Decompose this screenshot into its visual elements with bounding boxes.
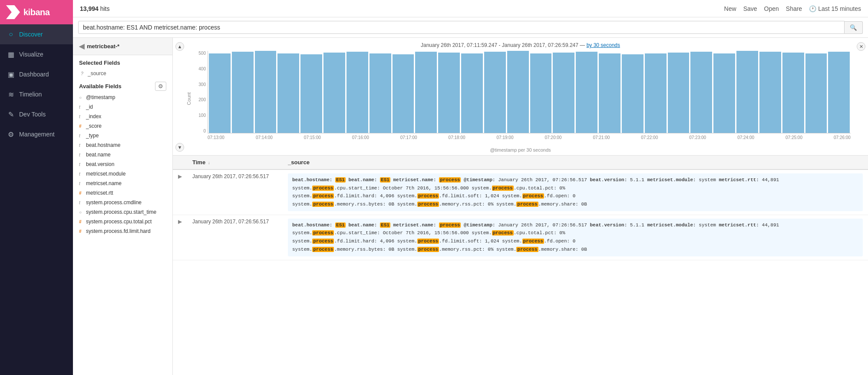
bars-area bbox=[208, 51, 851, 133]
time-col-header[interactable]: Time ↓ bbox=[187, 156, 283, 169]
sidebar-label-management: Management bbox=[19, 131, 55, 138]
expand-arrow[interactable]: ▶ bbox=[173, 215, 187, 260]
field-name: system.process.cpu.total.pct bbox=[86, 219, 152, 225]
field-item-beat-name[interactable]: tbeat.name bbox=[73, 150, 172, 159]
field-item-metricset-name[interactable]: tmetricset.name bbox=[73, 179, 172, 188]
chart-bar-4[interactable] bbox=[300, 54, 322, 133]
chart-bar-26[interactable] bbox=[805, 53, 827, 133]
time-cell: January 26th 2017, 07:26:56.517 bbox=[187, 169, 283, 215]
field-item-system-process-cpu-total-pct[interactable]: #system.process.cpu.total.pct bbox=[73, 217, 172, 226]
y-tick: 400 bbox=[198, 66, 206, 71]
index-arrow-icon[interactable]: ◀ bbox=[79, 42, 84, 50]
time-cell: January 26th 2017, 07:26:56.517 bbox=[187, 215, 283, 260]
field-name: beat.name bbox=[86, 152, 111, 158]
sidebar-label-dashboard: Dashboard bbox=[19, 71, 49, 78]
field-item-beat-hostname[interactable]: tbeat.hostname bbox=[73, 140, 172, 150]
chart-bar-11[interactable] bbox=[461, 53, 483, 133]
expand-arrow[interactable]: ▶ bbox=[173, 169, 187, 215]
x-axis-title: @timestamp per 30 seconds bbox=[182, 146, 859, 155]
selected-field-source: ? _source bbox=[73, 69, 172, 78]
chart-bar-21[interactable] bbox=[690, 52, 712, 133]
sidebar-item-timelion[interactable]: ≋Timelion bbox=[0, 84, 73, 104]
field-item--type[interactable]: t_type bbox=[73, 131, 172, 140]
chart-interval-link[interactable]: by 30 seconds bbox=[587, 42, 620, 48]
x-tick: 07:19:00 bbox=[497, 135, 514, 140]
x-tick: 07:18:00 bbox=[449, 135, 465, 140]
devtools-icon: ✎ bbox=[7, 110, 15, 118]
visualize-icon: ▦ bbox=[7, 50, 15, 58]
sidebar-item-visualize[interactable]: ▦Visualize bbox=[0, 44, 73, 64]
search-button[interactable]: 🔍 bbox=[845, 21, 863, 34]
chart-bar-25[interactable] bbox=[782, 53, 804, 133]
y-tick: 300 bbox=[198, 82, 206, 87]
save-button[interactable]: Save bbox=[743, 5, 757, 12]
y-axis: 5004003002001000 bbox=[190, 51, 208, 133]
sidebar-item-management[interactable]: ⚙Management bbox=[0, 124, 73, 144]
field-item-system-process-cmdline[interactable]: tsystem.process.cmdline bbox=[73, 198, 172, 207]
sidebar-item-discover[interactable]: ○Discover bbox=[0, 24, 73, 44]
chart-bar-0[interactable] bbox=[209, 53, 231, 133]
chart-bar-3[interactable] bbox=[277, 53, 299, 133]
chart-bar-5[interactable] bbox=[323, 53, 345, 133]
field-item--score[interactable]: #_score bbox=[73, 121, 172, 131]
field-item--timestamp[interactable]: ○@timestamp bbox=[73, 93, 172, 102]
logo-text: kibana bbox=[23, 7, 50, 17]
field-type-icon: t bbox=[79, 162, 83, 167]
time-filter[interactable]: 🕐 Last 15 minutes bbox=[809, 5, 861, 12]
field-name: @timestamp bbox=[86, 94, 116, 100]
chart-bar-10[interactable] bbox=[438, 53, 460, 133]
chart-bar-24[interactable] bbox=[759, 52, 781, 133]
chart-bar-9[interactable] bbox=[415, 52, 437, 133]
search-input[interactable] bbox=[78, 21, 845, 34]
field-item-metricset-module[interactable]: tmetricset.module bbox=[73, 169, 172, 179]
chart-bar-6[interactable] bbox=[347, 52, 368, 133]
chart-bar-22[interactable] bbox=[713, 53, 735, 133]
new-button[interactable]: New bbox=[724, 5, 736, 12]
chart-bar-7[interactable] bbox=[370, 53, 391, 133]
chart-bar-23[interactable] bbox=[736, 51, 758, 133]
chart-container: Count 5004003002001000 07:13:0007:14:000… bbox=[190, 51, 851, 146]
chart-bar-16[interactable] bbox=[576, 52, 597, 133]
chart-bar-17[interactable] bbox=[599, 53, 620, 133]
field-item--index[interactable]: t_index bbox=[73, 112, 172, 121]
chart-close-button[interactable]: ✕ bbox=[857, 42, 865, 51]
chart-bar-15[interactable] bbox=[553, 53, 574, 133]
chart-collapse-top-button[interactable]: ▲ bbox=[175, 42, 184, 51]
chart-date-range: January 26th 2017, 07:11:59.247 - Januar… bbox=[182, 42, 859, 48]
available-fields-title: Available Fields bbox=[79, 83, 122, 90]
sidebar-item-dashboard[interactable]: ▣Dashboard bbox=[0, 64, 73, 84]
searchbar: 🔍 bbox=[73, 17, 868, 38]
field-item-metricset-rtt[interactable]: #metricset.rtt bbox=[73, 188, 172, 198]
field-name: metricset.module bbox=[86, 171, 125, 177]
x-tick: 07:17:00 bbox=[400, 135, 417, 140]
field-item--id[interactable]: t_id bbox=[73, 102, 172, 112]
management-icon: ⚙ bbox=[7, 130, 15, 138]
topbar-actions: New Save Open Share 🕐 Last 15 minutes bbox=[724, 5, 861, 12]
field-item-system-process-fd-limit-hard[interactable]: #system.process.fd.limit.hard bbox=[73, 226, 172, 236]
chart-bar-19[interactable] bbox=[645, 53, 667, 133]
clock-icon: 🕐 bbox=[809, 5, 816, 12]
x-tick: 07:15:00 bbox=[304, 135, 321, 140]
x-tick: 07:13:00 bbox=[208, 135, 224, 140]
x-axis: 07:13:0007:14:0007:15:0007:16:0007:17:00… bbox=[208, 133, 851, 146]
chart-bar-14[interactable] bbox=[530, 53, 552, 133]
chart-bar-1[interactable] bbox=[232, 52, 254, 133]
share-button[interactable]: Share bbox=[786, 5, 802, 12]
chart-bar-12[interactable] bbox=[484, 52, 506, 133]
chart-bar-18[interactable] bbox=[622, 54, 644, 133]
logo[interactable]: kibana bbox=[0, 0, 73, 24]
chart-area: ▲ ✕ January 26th 2017, 07:11:59.247 - Ja… bbox=[173, 38, 868, 156]
sidebar-item-devtools[interactable]: ✎Dev Tools bbox=[0, 104, 73, 124]
field-item-system-process-cpu-start-time[interactable]: ○system.process.cpu.start_time bbox=[73, 207, 172, 217]
chart-bar-13[interactable] bbox=[507, 51, 529, 133]
open-button[interactable]: Open bbox=[764, 5, 779, 12]
chart-collapse-bottom-button[interactable]: ▼ bbox=[175, 143, 184, 152]
field-item-beat-version[interactable]: tbeat.version bbox=[73, 159, 172, 169]
source-cell: beat.hostname: ES1 beat.name: ES1 metric… bbox=[283, 169, 868, 215]
chart-bar-2[interactable] bbox=[255, 51, 277, 133]
chart-bar-8[interactable] bbox=[393, 54, 414, 133]
chart-bar-27[interactable] bbox=[828, 52, 850, 133]
chart-bar-20[interactable] bbox=[668, 53, 690, 133]
field-type-icon: ○ bbox=[79, 95, 83, 100]
gear-button[interactable]: ⚙ bbox=[155, 82, 166, 91]
